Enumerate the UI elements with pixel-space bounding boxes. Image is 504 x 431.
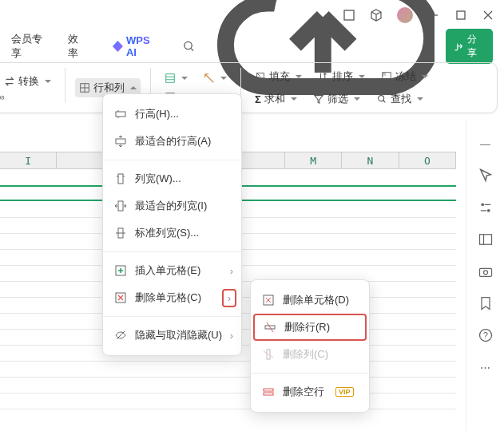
svg-line-17 [383, 101, 386, 103]
menu-item-hide[interactable]: 隐藏与取消隐藏(U)› [103, 322, 241, 349]
del-empty-icon [262, 386, 275, 398]
std-w-icon [114, 227, 127, 239]
svg-rect-9 [166, 74, 175, 83]
camera-icon[interactable] [478, 263, 494, 279]
menu-item-label: 删除空行 [283, 385, 324, 399]
submenu-arrow-icon: › [230, 330, 233, 342]
filter-button[interactable]: 筛选 [309, 89, 364, 109]
wps-ai-button[interactable]: WPS AI [105, 34, 161, 58]
menu-item-del-col[interactable]: 删除列(C) [251, 341, 369, 368]
menu-item-label: 行高(H)... [135, 107, 179, 121]
hide-icon [114, 329, 127, 342]
svg-rect-27 [116, 139, 125, 144]
menu-item-label: 最适合的行高(A) [135, 134, 211, 148]
menu-item-label: 隐藏与取消隐藏(U) [135, 328, 222, 342]
panel-icon[interactable] [478, 231, 494, 247]
ai-icon [113, 41, 123, 52]
menu-item-row-h[interactable]: 行高(H)... [103, 101, 241, 128]
freeze-button[interactable]: 冻结 [377, 67, 432, 86]
menu-item-delete[interactable]: 删除单元格(C)› [103, 284, 241, 311]
svg-rect-39 [264, 393, 273, 395]
svg-rect-22 [479, 268, 491, 276]
col-header[interactable]: O [399, 152, 456, 168]
convert-button[interactable]: 转换 [0, 72, 55, 91]
fit-h-icon [114, 135, 127, 148]
tab-efficiency[interactable]: 效率 [68, 27, 87, 65]
submenu-arrow-icon: › [230, 265, 233, 277]
share-button[interactable]: 分享 [446, 29, 493, 64]
menu-item-label: 删除单元格(D) [283, 293, 349, 307]
rows-cols-menu: 行高(H)...最适合的行高(A)列宽(W)...最适合的列宽(I)标准列宽(S… [102, 93, 242, 356]
menu-item-del-row[interactable]: 删除行(R) [253, 314, 367, 341]
insert-icon [114, 264, 127, 277]
del-row-icon [264, 321, 276, 334]
table-icon[interactable] [161, 70, 192, 86]
menu-item-del-empty[interactable]: 删除空行VIP [251, 378, 369, 405]
svg-text:?: ? [482, 330, 487, 340]
col-header[interactable]: N [342, 152, 399, 168]
col-header[interactable]: I [0, 152, 57, 168]
menu-item-fit-h[interactable]: 最适合的行高(A) [103, 128, 241, 155]
menu-item-label: 删除行(R) [284, 320, 330, 334]
menu-item-label: 插入单元格(E) [135, 263, 200, 278]
right-sidebar: — ? ⋯ [466, 120, 504, 431]
dec-dec-icon[interactable]: ⁰⁰⁸ [0, 94, 4, 105]
menu-item-fit-w[interactable]: 最适合的列宽(I) [103, 192, 241, 219]
svg-rect-38 [264, 389, 273, 391]
svg-point-23 [483, 271, 487, 275]
sort-button[interactable]: 排序 [314, 67, 369, 86]
delete-icon [114, 291, 127, 304]
menu-item-del-cell[interactable]: 删除单元格(D) [251, 287, 369, 314]
find-button[interactable]: 查找 [372, 89, 427, 109]
settings-icon[interactable] [478, 200, 494, 216]
cursor-icon[interactable] [478, 168, 494, 184]
menu-item-label: 列宽(W)... [135, 172, 181, 186]
svg-point-16 [378, 96, 383, 101]
search-icon[interactable] [183, 40, 195, 53]
menu-item-label: 标准列宽(S)... [135, 226, 199, 240]
svg-point-18 [481, 203, 484, 206]
col-w-icon [114, 172, 127, 185]
svg-point-3 [184, 42, 191, 49]
col-header[interactable]: M [285, 152, 342, 168]
tab-vip[interactable]: 会员专享 [11, 27, 50, 65]
bookmark-icon[interactable] [478, 295, 494, 311]
toolbar: 转换 ⅟ % ⁰⁰ ⁰⁰⁸ 行和列 填充 排序 冻结 Σ求和 筛选 查找 [0, 62, 498, 113]
svg-point-19 [486, 209, 490, 212]
sum-button[interactable]: Σ求和 [251, 89, 301, 109]
menu-item-label: 最适合的列宽(I) [135, 199, 207, 213]
format-icon[interactable] [200, 70, 231, 86]
svg-rect-20 [479, 235, 491, 245]
row-h-icon [114, 108, 127, 121]
del-cell-icon [262, 294, 275, 306]
delete-cells-submenu: 删除单元格(D)删除行(R)删除列(C)删除空行VIP [250, 279, 370, 413]
fit-w-icon [114, 200, 127, 212]
menu-item-label: 删除单元格(C) [135, 291, 201, 305]
menu-item-col-w[interactable]: 列宽(W)... [103, 165, 241, 192]
fill-button[interactable]: 填充 [251, 67, 306, 86]
minus-icon[interactable]: — [478, 136, 494, 152]
del-col-icon [262, 348, 275, 361]
svg-rect-26 [116, 112, 125, 117]
svg-line-4 [191, 49, 193, 51]
more-icon[interactable]: ⋯ [478, 359, 494, 375]
menu-item-std-w[interactable]: 标准列宽(S)... [103, 219, 241, 247]
submenu-arrow-icon: › [222, 289, 236, 307]
help-icon[interactable]: ? [478, 327, 494, 343]
svg-rect-29 [118, 201, 123, 211]
svg-rect-15 [383, 73, 386, 76]
menu-item-insert[interactable]: 插入单元格(E)› [103, 257, 241, 284]
svg-rect-28 [118, 174, 123, 184]
menu-item-label: 删除列(C) [283, 347, 328, 362]
vip-badge: VIP [335, 387, 354, 397]
